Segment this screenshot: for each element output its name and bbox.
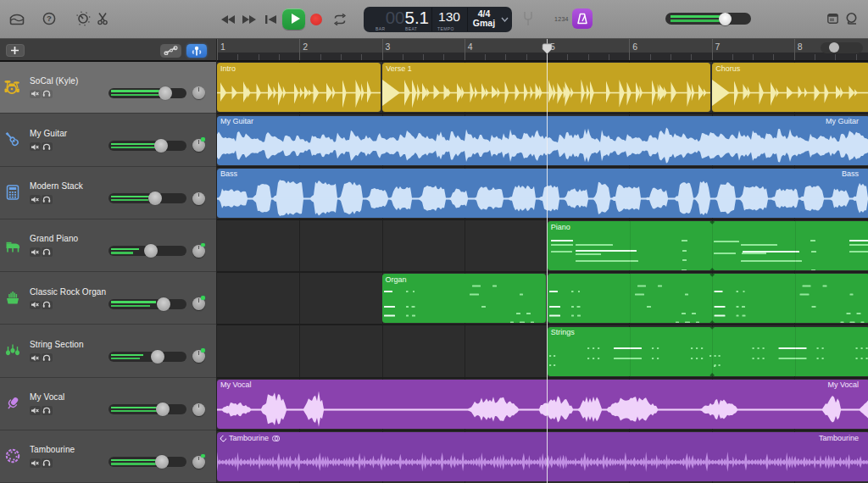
svg-text:?: ? xyxy=(47,14,52,23)
